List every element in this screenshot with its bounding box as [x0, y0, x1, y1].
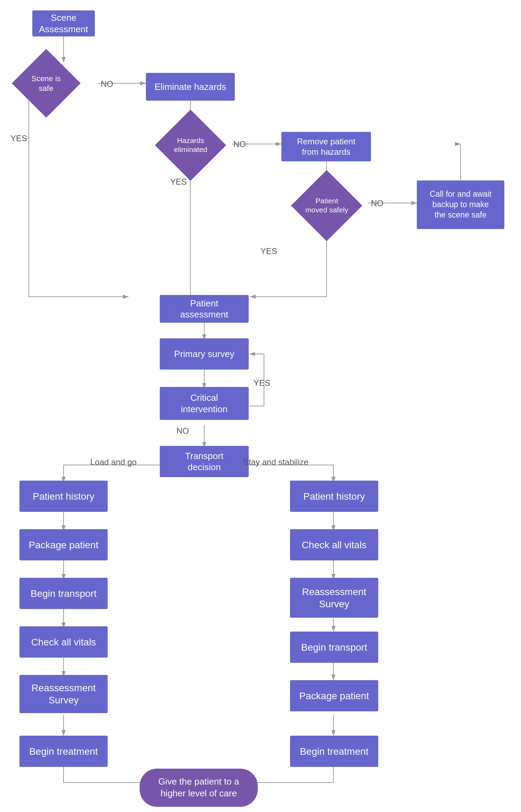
package-patient-left-box: Package patient: [19, 529, 108, 560]
patient-moved-safely-diamond: Patientmoved safely: [291, 180, 362, 231]
patient-assessment-box: Patientassessment: [160, 295, 249, 323]
no-label-3: NO: [371, 198, 383, 208]
primary-survey-box: Primary survey: [160, 338, 249, 370]
flowchart: Scene Assessment Scene is safe NO YES El…: [0, 0, 521, 812]
stay-stabilize-label: Stay and stabilize: [243, 457, 308, 467]
yes-label-patient-moved: YES: [260, 246, 277, 256]
critical-intervention-box: Criticalintervention: [160, 387, 249, 420]
scene-assessment-box: Scene Assessment: [32, 10, 95, 36]
yes-label-critical: YES: [254, 378, 270, 388]
load-go-label: Load and go: [90, 457, 137, 467]
package-patient-right-box: Package patient: [290, 680, 378, 711]
begin-transport-right-box: Begin transport: [290, 632, 378, 663]
begin-transport-left-box: Begin transport: [19, 578, 108, 609]
check-vitals-left-box: Check all vitals: [19, 626, 108, 658]
begin-treatment-right-box: Begin treatment: [290, 736, 378, 767]
yes-label-hazards: YES: [170, 177, 187, 187]
eliminate-hazards-box: Eliminate hazards: [146, 73, 235, 101]
patient-history-right-box: Patient history: [290, 481, 378, 512]
no-label-transport: NO: [176, 426, 189, 436]
begin-treatment-left-box: Begin treatment: [19, 736, 108, 767]
patient-history-left-box: Patient history: [19, 481, 108, 512]
yes-label-scene-safe: YES: [10, 134, 27, 143]
remove-patient-box: Remove patientfrom hazards: [281, 132, 371, 161]
check-vitals-right-box: Check all vitals: [290, 529, 378, 560]
call-backup-box: Call for and awaitbackup to makethe scen…: [417, 180, 504, 229]
scene-is-safe-diamond: Scene is safe: [11, 62, 81, 104]
reassessment-left-box: ReassessmentSurvey: [19, 675, 108, 713]
hazards-eliminated-diamond: Hazardseliminated: [156, 121, 225, 169]
no-label-1: NO: [101, 79, 113, 89]
transport-decision-box: Transportdecision: [160, 446, 249, 477]
reassessment-right-box: ReassessmentSurvey: [290, 578, 378, 618]
no-label-2: NO: [233, 139, 246, 149]
give-patient-box: Give the patient to ahigher level of car…: [140, 769, 258, 807]
